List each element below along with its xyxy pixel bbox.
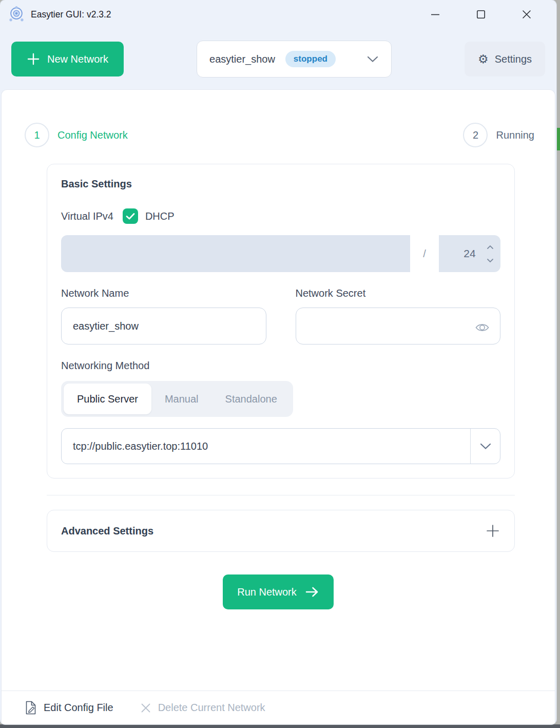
virtual-ipv4-input-group: / 24 [61,235,500,272]
window-controls [412,3,549,26]
step-config-network[interactable]: 1 Config Network [25,123,128,147]
settings-label: Settings [495,53,532,65]
public-server-url-value: tcp://public.easytier.top:11010 [62,429,470,464]
virtual-ipv4-label: Virtual IPv4 [61,210,113,222]
gear-icon: ⚙ [478,53,489,65]
run-network-label: Run Network [237,586,297,598]
networking-method-segmented-control: Public Server Manual Standalone [61,381,293,417]
name-secret-row: Network Name easytier_show Network Secre… [61,288,500,344]
ip-separator: / [410,235,439,272]
method-manual[interactable]: Manual [151,384,212,414]
plus-icon [27,52,40,66]
new-network-button[interactable]: New Network [11,42,124,76]
step-number-badge: 2 [463,123,488,147]
close-button[interactable] [504,3,549,26]
network-name-label: Network Name [61,288,266,299]
app-logo-icon [7,5,26,24]
delete-current-network-label: Delete Current Network [158,702,265,714]
chevron-up-icon[interactable] [487,245,494,250]
main-panel: 1 Config Network 2 Running Basic Setting… [1,89,555,724]
app-window: Easytier GUI: v2.3.2 New Network easytie… [0,0,556,724]
delete-current-network-button[interactable]: Delete Current Network [140,702,265,714]
network-secret-input[interactable] [296,308,501,344]
networking-method-label: Networking Method [61,360,500,372]
eye-icon[interactable] [475,322,489,333]
run-network-button[interactable]: Run Network [223,574,334,609]
section-divider [47,495,515,495]
advanced-settings-title: Advanced Settings [61,525,153,537]
new-network-label: New Network [47,53,108,65]
chevron-down-icon [366,55,379,63]
advanced-settings-card[interactable]: Advanced Settings [47,510,515,552]
chevron-down-icon [479,443,492,450]
step-number-badge: 1 [25,123,49,147]
maximize-button[interactable] [458,3,504,26]
step-label: Running [496,129,534,141]
edit-config-file-button[interactable]: Edit Config File [25,701,113,715]
basic-settings-title: Basic Settings [61,178,500,190]
network-selector-value: easytier_show [209,53,275,65]
background-artifact [556,128,560,150]
network-selector[interactable]: easytier_show stopped [197,41,392,78]
basic-settings-card: Basic Settings Virtual IPv4 DHCP / 24 [47,164,515,478]
network-secret-label: Network Secret [296,288,501,299]
status-badge: stopped [285,51,336,67]
header-toolbar: New Network easytier_show stopped ⚙ Sett… [0,29,556,89]
file-edit-icon [25,701,37,715]
run-row: Run Network [2,574,555,609]
network-name-input[interactable]: easytier_show [61,308,266,344]
virtual-ipv4-row: Virtual IPv4 DHCP [61,208,500,224]
step-indicator: 1 Config Network 2 Running [2,90,555,147]
x-icon [140,702,151,714]
select-dropdown-button[interactable] [470,429,500,464]
method-standalone[interactable]: Standalone [212,384,291,414]
footer-bar: Edit Config File Delete Current Network [2,691,555,724]
close-icon [520,8,533,21]
settings-button[interactable]: ⚙ Settings [465,42,545,76]
background-artifact [0,724,560,728]
virtual-ipv4-input[interactable] [61,235,410,272]
step-label: Config Network [57,129,128,141]
minimize-button[interactable] [412,3,458,26]
dhcp-checkbox[interactable] [123,208,138,224]
stepper-buttons [487,235,494,272]
network-name-value: easytier_show [73,320,139,332]
prefix-length-stepper[interactable]: 24 [439,235,500,272]
window-title: Easytier GUI: v2.3.2 [31,9,111,20]
minimize-icon [429,8,441,21]
method-public-server[interactable]: Public Server [64,384,151,414]
edit-config-file-label: Edit Config File [44,702,113,714]
titlebar: Easytier GUI: v2.3.2 [0,0,556,29]
chevron-down-icon[interactable] [487,258,494,263]
expand-plus-icon[interactable] [485,523,500,539]
check-icon [126,213,135,220]
maximize-icon [475,8,487,21]
step-running[interactable]: 2 Running [463,123,534,147]
prefix-length-value: 24 [464,247,475,260]
public-server-url-select[interactable]: tcp://public.easytier.top:11010 [61,428,500,464]
dhcp-label: DHCP [145,210,175,222]
arrow-right-icon [305,586,319,598]
